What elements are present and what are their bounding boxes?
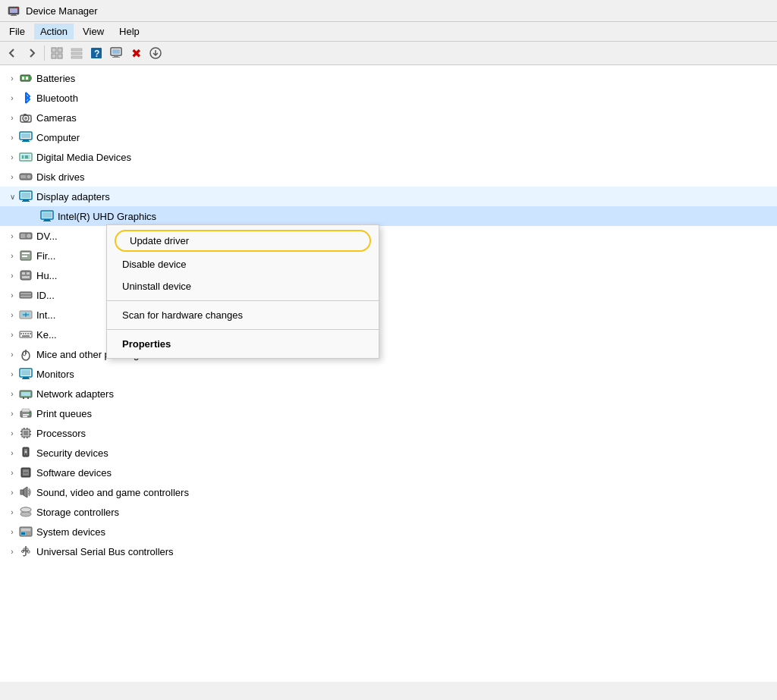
tree-item-software-devices[interactable]: › Software devices [0, 463, 777, 482]
device-tree-panel: › Batteries › Bluetooth › [0, 65, 777, 682]
menu-bar: File Action View Help [0, 22, 777, 42]
expand-toggle-bluetooth[interactable]: › [6, 92, 18, 104]
tree-item-processors[interactable]: › Processors [0, 423, 777, 443]
svg-point-73 [25, 350, 27, 351]
svg-rect-68 [30, 333, 31, 334]
tree-item-disk-drives[interactable]: › Disk drives [0, 167, 777, 187]
tree-item-digital-media[interactable]: › Digital Media Devices [0, 147, 777, 167]
context-menu-item-uninstall-device[interactable]: Uninstall device [107, 275, 379, 297]
expand-toggle-digital-media[interactable]: › [6, 151, 18, 163]
svg-rect-9 [71, 49, 82, 51]
svg-rect-104 [20, 490, 24, 494]
update-driver-toolbar-button[interactable] [146, 44, 165, 62]
monitors-icon [18, 366, 33, 381]
svg-point-4 [16, 7, 17, 8]
expand-toggle-cameras[interactable]: › [6, 111, 18, 124]
expand-toggle-sound[interactable]: › [6, 486, 18, 498]
svg-rect-54 [20, 271, 31, 280]
show-by-connection-button[interactable] [68, 44, 86, 62]
scan-changes-button[interactable]: ✖ [127, 44, 145, 62]
svg-rect-6 [58, 48, 62, 52]
computer-icon [18, 130, 33, 145]
expand-toggle-batteries[interactable]: › [6, 72, 18, 84]
expand-toggle-security-devices[interactable]: › [6, 447, 18, 459]
show-resources-button[interactable] [107, 44, 125, 62]
expand-toggle-dvd[interactable]: › [6, 230, 18, 242]
disable-device-label: Disable device [122, 259, 187, 270]
tree-item-network-adapters[interactable]: › Network adapters [0, 384, 777, 403]
tree-item-print-queues[interactable]: › Print queues [0, 403, 777, 423]
svg-rect-26 [24, 114, 27, 115]
ide-icon [18, 287, 33, 303]
expand-toggle-display-sub [27, 210, 39, 222]
svg-rect-45 [44, 219, 50, 221]
svg-rect-79 [21, 392, 30, 396]
context-menu-item-update-driver[interactable]: Update driver [107, 228, 379, 253]
dvd-icon [18, 228, 33, 243]
tree-item-storage-controllers[interactable]: › Storage controllers [0, 502, 777, 522]
intel-network-label: Int... [36, 309, 55, 321]
tree-item-monitors[interactable]: › Monitors [0, 364, 777, 384]
tree-item-computer[interactable]: › Computer [0, 127, 777, 147]
show-by-type-button[interactable] [48, 44, 66, 62]
display-adapter-sub-label: Intel(R) UHD Graphics [58, 211, 156, 222]
tree-item-usb[interactable]: › Universal Serial Bus controllers [0, 541, 777, 561]
expand-toggle-keyboards[interactable]: › [6, 328, 18, 341]
svg-rect-92 [30, 434, 31, 435]
expand-toggle-system-devices[interactable]: › [6, 526, 18, 538]
svg-rect-46 [43, 221, 51, 221]
software-devices-icon [18, 465, 33, 480]
display-adapters-label: Display adapters [36, 191, 110, 202]
expand-toggle-processors[interactable]: › [6, 427, 18, 439]
expand-toggle-firmware[interactable]: › [6, 250, 18, 262]
expand-toggle-hid[interactable]: › [6, 269, 18, 281]
tree-item-display-adapter-sub[interactable]: Intel(R) UHD Graphics [0, 206, 777, 226]
hid-label: Hu... [36, 270, 57, 281]
svg-rect-56 [27, 272, 30, 275]
digital-media-icon [18, 149, 33, 165]
tree-item-system-devices[interactable]: › System devices [0, 522, 777, 541]
svg-rect-33 [22, 155, 24, 159]
svg-rect-111 [21, 532, 25, 535]
svg-point-107 [20, 512, 31, 516]
expand-toggle-monitors[interactable]: › [6, 368, 18, 380]
expand-toggle-display-adapters[interactable]: ∨ [6, 190, 18, 202]
expand-toggle-mice[interactable]: › [6, 348, 18, 360]
expand-toggle-print-queues[interactable]: › [6, 407, 18, 419]
expand-toggle-intel-network[interactable]: › [6, 309, 18, 321]
menu-action[interactable]: Action [34, 24, 74, 39]
tree-item-cameras[interactable]: › Cameras [0, 108, 777, 127]
sound-icon [18, 485, 33, 500]
expand-toggle-storage-controllers[interactable]: › [6, 506, 18, 518]
tree-item-bluetooth[interactable]: › Bluetooth [0, 88, 777, 108]
menu-view[interactable]: View [77, 24, 110, 39]
expand-toggle-ide[interactable]: › [6, 289, 18, 301]
expand-toggle-usb[interactable]: › [6, 545, 18, 557]
toolbar-separator-1 [44, 46, 45, 61]
expand-toggle-computer[interactable]: › [6, 131, 18, 143]
expand-toggle-disk-drives[interactable]: › [6, 171, 18, 183]
forward-button[interactable] [23, 44, 41, 62]
svg-rect-16 [114, 55, 118, 57]
context-menu-item-disable-device[interactable]: Disable device [107, 253, 379, 275]
tree-item-batteries[interactable]: › Batteries [0, 68, 777, 88]
tree-item-security-devices[interactable]: › Security devices [0, 443, 777, 463]
context-menu-item-properties[interactable]: Properties [107, 333, 379, 355]
expand-toggle-software-devices[interactable]: › [6, 466, 18, 479]
expand-toggle-network-adapters[interactable]: › [6, 388, 18, 400]
tree-item-display-adapters[interactable]: ∨ Display adapters [0, 187, 777, 206]
tree-item-sound[interactable]: › Sound, video and game controllers [0, 482, 777, 502]
usb-icon [18, 544, 33, 559]
menu-file[interactable]: File [3, 24, 31, 39]
back-button[interactable] [3, 44, 21, 62]
context-menu-divider-1 [107, 300, 379, 301]
print-queues-label: Print queues [36, 408, 92, 419]
processors-icon [18, 425, 33, 441]
svg-rect-59 [20, 293, 31, 294]
system-devices-icon [18, 524, 33, 539]
usb-label: Universal Serial Bus controllers [36, 546, 174, 557]
help-button[interactable]: ? [87, 44, 105, 62]
menu-help[interactable]: Help [113, 24, 146, 39]
mice-icon [18, 347, 33, 362]
context-menu-item-scan-hardware[interactable]: Scan for hardware changes [107, 304, 379, 326]
